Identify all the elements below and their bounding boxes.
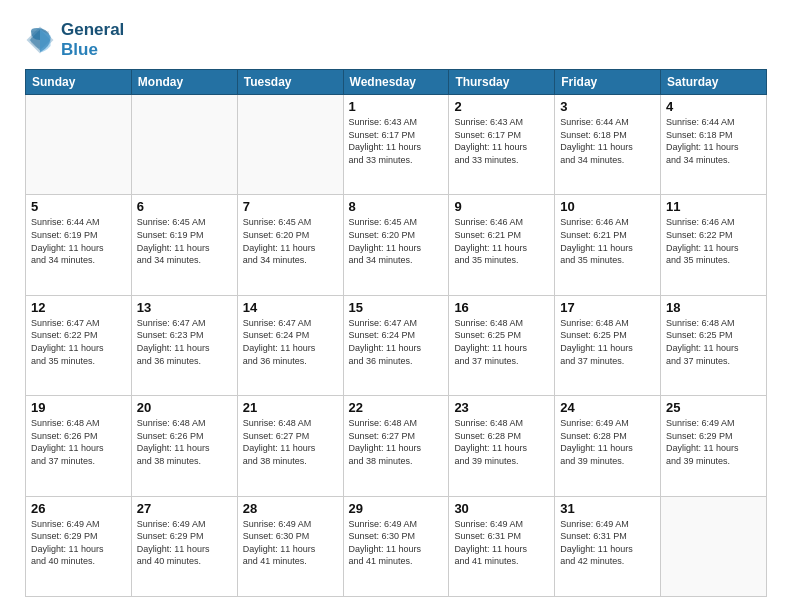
header: General Blue: [25, 20, 767, 59]
day-number: 26: [31, 501, 126, 516]
day-info: Sunrise: 6:49 AM Sunset: 6:29 PM Dayligh…: [666, 417, 761, 467]
day-number: 11: [666, 199, 761, 214]
day-info: Sunrise: 6:49 AM Sunset: 6:30 PM Dayligh…: [349, 518, 444, 568]
calendar-week-5: 26Sunrise: 6:49 AM Sunset: 6:29 PM Dayli…: [26, 496, 767, 596]
day-number: 28: [243, 501, 338, 516]
logo: General Blue: [25, 20, 124, 59]
calendar-cell: 23Sunrise: 6:48 AM Sunset: 6:28 PM Dayli…: [449, 396, 555, 496]
logo-text: General Blue: [61, 20, 124, 59]
day-number: 5: [31, 199, 126, 214]
calendar-cell: 22Sunrise: 6:48 AM Sunset: 6:27 PM Dayli…: [343, 396, 449, 496]
day-number: 10: [560, 199, 655, 214]
calendar-cell: 10Sunrise: 6:46 AM Sunset: 6:21 PM Dayli…: [555, 195, 661, 295]
day-info: Sunrise: 6:46 AM Sunset: 6:21 PM Dayligh…: [560, 216, 655, 266]
day-number: 30: [454, 501, 549, 516]
day-number: 31: [560, 501, 655, 516]
calendar-cell: 24Sunrise: 6:49 AM Sunset: 6:28 PM Dayli…: [555, 396, 661, 496]
calendar-cell: 5Sunrise: 6:44 AM Sunset: 6:19 PM Daylig…: [26, 195, 132, 295]
weekday-header-monday: Monday: [131, 70, 237, 95]
calendar-cell: 4Sunrise: 6:44 AM Sunset: 6:18 PM Daylig…: [661, 95, 767, 195]
day-number: 21: [243, 400, 338, 415]
weekday-header-saturday: Saturday: [661, 70, 767, 95]
day-info: Sunrise: 6:45 AM Sunset: 6:20 PM Dayligh…: [349, 216, 444, 266]
day-number: 19: [31, 400, 126, 415]
calendar-cell: 11Sunrise: 6:46 AM Sunset: 6:22 PM Dayli…: [661, 195, 767, 295]
day-info: Sunrise: 6:47 AM Sunset: 6:23 PM Dayligh…: [137, 317, 232, 367]
day-info: Sunrise: 6:49 AM Sunset: 6:29 PM Dayligh…: [137, 518, 232, 568]
day-info: Sunrise: 6:43 AM Sunset: 6:17 PM Dayligh…: [349, 116, 444, 166]
calendar-cell: 1Sunrise: 6:43 AM Sunset: 6:17 PM Daylig…: [343, 95, 449, 195]
logo-icon: [25, 25, 55, 55]
day-info: Sunrise: 6:46 AM Sunset: 6:21 PM Dayligh…: [454, 216, 549, 266]
calendar-cell: 26Sunrise: 6:49 AM Sunset: 6:29 PM Dayli…: [26, 496, 132, 596]
calendar-cell: [661, 496, 767, 596]
calendar-cell: [131, 95, 237, 195]
day-number: 14: [243, 300, 338, 315]
calendar-table: SundayMondayTuesdayWednesdayThursdayFrid…: [25, 69, 767, 597]
day-info: Sunrise: 6:49 AM Sunset: 6:29 PM Dayligh…: [31, 518, 126, 568]
calendar-cell: 17Sunrise: 6:48 AM Sunset: 6:25 PM Dayli…: [555, 295, 661, 395]
day-info: Sunrise: 6:45 AM Sunset: 6:19 PM Dayligh…: [137, 216, 232, 266]
calendar-cell: 28Sunrise: 6:49 AM Sunset: 6:30 PM Dayli…: [237, 496, 343, 596]
calendar-cell: 14Sunrise: 6:47 AM Sunset: 6:24 PM Dayli…: [237, 295, 343, 395]
day-info: Sunrise: 6:44 AM Sunset: 6:18 PM Dayligh…: [666, 116, 761, 166]
day-info: Sunrise: 6:48 AM Sunset: 6:25 PM Dayligh…: [560, 317, 655, 367]
calendar-week-2: 5Sunrise: 6:44 AM Sunset: 6:19 PM Daylig…: [26, 195, 767, 295]
day-number: 13: [137, 300, 232, 315]
day-number: 17: [560, 300, 655, 315]
weekday-header-sunday: Sunday: [26, 70, 132, 95]
calendar-cell: 19Sunrise: 6:48 AM Sunset: 6:26 PM Dayli…: [26, 396, 132, 496]
day-info: Sunrise: 6:48 AM Sunset: 6:27 PM Dayligh…: [349, 417, 444, 467]
calendar-cell: 30Sunrise: 6:49 AM Sunset: 6:31 PM Dayli…: [449, 496, 555, 596]
day-info: Sunrise: 6:44 AM Sunset: 6:18 PM Dayligh…: [560, 116, 655, 166]
weekday-header-tuesday: Tuesday: [237, 70, 343, 95]
calendar-cell: 21Sunrise: 6:48 AM Sunset: 6:27 PM Dayli…: [237, 396, 343, 496]
calendar-cell: 31Sunrise: 6:49 AM Sunset: 6:31 PM Dayli…: [555, 496, 661, 596]
day-number: 15: [349, 300, 444, 315]
page: General Blue SundayMondayTuesdayWednesda…: [0, 0, 792, 612]
day-info: Sunrise: 6:48 AM Sunset: 6:25 PM Dayligh…: [666, 317, 761, 367]
calendar-cell: 29Sunrise: 6:49 AM Sunset: 6:30 PM Dayli…: [343, 496, 449, 596]
calendar-cell: 6Sunrise: 6:45 AM Sunset: 6:19 PM Daylig…: [131, 195, 237, 295]
day-info: Sunrise: 6:48 AM Sunset: 6:26 PM Dayligh…: [137, 417, 232, 467]
day-number: 7: [243, 199, 338, 214]
day-number: 3: [560, 99, 655, 114]
calendar-cell: 25Sunrise: 6:49 AM Sunset: 6:29 PM Dayli…: [661, 396, 767, 496]
day-number: 4: [666, 99, 761, 114]
day-number: 8: [349, 199, 444, 214]
day-info: Sunrise: 6:49 AM Sunset: 6:31 PM Dayligh…: [454, 518, 549, 568]
calendar-cell: 18Sunrise: 6:48 AM Sunset: 6:25 PM Dayli…: [661, 295, 767, 395]
day-number: 12: [31, 300, 126, 315]
calendar-cell: 9Sunrise: 6:46 AM Sunset: 6:21 PM Daylig…: [449, 195, 555, 295]
calendar-cell: 20Sunrise: 6:48 AM Sunset: 6:26 PM Dayli…: [131, 396, 237, 496]
calendar-cell: 15Sunrise: 6:47 AM Sunset: 6:24 PM Dayli…: [343, 295, 449, 395]
weekday-header-thursday: Thursday: [449, 70, 555, 95]
day-info: Sunrise: 6:47 AM Sunset: 6:22 PM Dayligh…: [31, 317, 126, 367]
calendar-cell: 7Sunrise: 6:45 AM Sunset: 6:20 PM Daylig…: [237, 195, 343, 295]
day-number: 27: [137, 501, 232, 516]
day-info: Sunrise: 6:48 AM Sunset: 6:25 PM Dayligh…: [454, 317, 549, 367]
calendar-week-3: 12Sunrise: 6:47 AM Sunset: 6:22 PM Dayli…: [26, 295, 767, 395]
calendar-week-1: 1Sunrise: 6:43 AM Sunset: 6:17 PM Daylig…: [26, 95, 767, 195]
day-info: Sunrise: 6:46 AM Sunset: 6:22 PM Dayligh…: [666, 216, 761, 266]
day-number: 20: [137, 400, 232, 415]
day-info: Sunrise: 6:47 AM Sunset: 6:24 PM Dayligh…: [349, 317, 444, 367]
calendar-week-4: 19Sunrise: 6:48 AM Sunset: 6:26 PM Dayli…: [26, 396, 767, 496]
day-number: 6: [137, 199, 232, 214]
weekday-header-friday: Friday: [555, 70, 661, 95]
day-info: Sunrise: 6:49 AM Sunset: 6:28 PM Dayligh…: [560, 417, 655, 467]
day-number: 22: [349, 400, 444, 415]
day-number: 1: [349, 99, 444, 114]
calendar-cell: 16Sunrise: 6:48 AM Sunset: 6:25 PM Dayli…: [449, 295, 555, 395]
day-info: Sunrise: 6:47 AM Sunset: 6:24 PM Dayligh…: [243, 317, 338, 367]
day-info: Sunrise: 6:49 AM Sunset: 6:31 PM Dayligh…: [560, 518, 655, 568]
calendar-cell: 13Sunrise: 6:47 AM Sunset: 6:23 PM Dayli…: [131, 295, 237, 395]
day-number: 25: [666, 400, 761, 415]
day-info: Sunrise: 6:48 AM Sunset: 6:27 PM Dayligh…: [243, 417, 338, 467]
calendar-cell: 8Sunrise: 6:45 AM Sunset: 6:20 PM Daylig…: [343, 195, 449, 295]
day-number: 29: [349, 501, 444, 516]
day-info: Sunrise: 6:45 AM Sunset: 6:20 PM Dayligh…: [243, 216, 338, 266]
day-number: 18: [666, 300, 761, 315]
day-number: 9: [454, 199, 549, 214]
calendar-cell: [26, 95, 132, 195]
